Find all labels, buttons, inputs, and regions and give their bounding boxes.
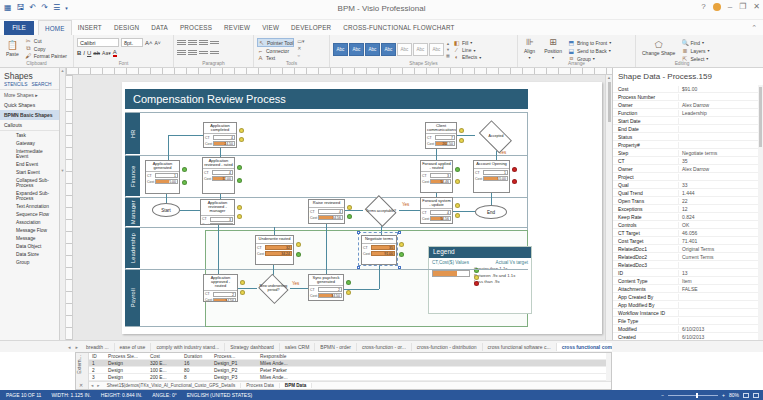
page-tab[interactable]: sales CRM: [280, 343, 315, 351]
layers-button[interactable]: ≣Layers▾: [681, 47, 709, 54]
gallery-down-icon[interactable]: ▼: [446, 47, 450, 52]
gallery-up-icon[interactable]: ▲: [446, 41, 450, 46]
shape-data-field-value[interactable]: FALSE: [679, 286, 758, 292]
stencil-shape-item[interactable]: Message: [0, 234, 59, 242]
shape-data-row[interactable]: File Type: [613, 317, 758, 325]
col-cost[interactable]: Cost: [147, 354, 181, 359]
style-swatch[interactable]: Abc: [333, 43, 348, 56]
shape-data-field-value[interactable]: 1.444: [679, 190, 758, 196]
flow-connector[interactable]: [274, 227, 275, 235]
tab-file[interactable]: FILE: [4, 21, 34, 35]
stencil-shape-item[interactable]: Collapsed Sub-Process: [0, 176, 59, 189]
shape-data-row[interactable]: Property#: [613, 141, 758, 149]
effects-button[interactable]: ◐Effects▾: [453, 54, 481, 60]
sheet-tab[interactable]: Sheet1$(demos)TKs_Visio_AI_Functional_Cu…: [102, 383, 242, 388]
stencil-shape-item[interactable]: Task: [0, 131, 59, 139]
send-to-back-button[interactable]: ⬓Send to Back▾: [568, 47, 611, 54]
shape-data-row[interactable]: App Created By: [613, 293, 758, 301]
fill-button[interactable]: ◧Fill▾: [453, 39, 481, 46]
stencil-shape-item[interactable]: Sequence Flow: [0, 210, 59, 218]
shape-data-row[interactable]: Start Date: [613, 117, 758, 125]
account-avatar[interactable]: [713, 3, 721, 11]
stencil-shape-item[interactable]: Association: [0, 218, 59, 226]
text-direction-icon[interactable]: [210, 39, 219, 46]
font-name-select[interactable]: Calibri: [77, 38, 119, 47]
flow-connector[interactable]: [180, 210, 200, 211]
shape-data-row[interactable]: Function Leadership: [613, 109, 758, 117]
more-shapes-item[interactable]: More Shapes ▸: [0, 90, 59, 100]
flow-connector[interactable]: [166, 194, 167, 203]
col-id[interactable]: ID: [89, 354, 105, 359]
copy-button[interactable]: ⧉Copy: [25, 45, 67, 52]
font-size-select[interactable]: 8pt.: [121, 38, 143, 47]
col-duration[interactable]: Duration: [181, 354, 211, 359]
format-painter-button[interactable]: 🖌Format Painter: [25, 53, 67, 59]
flow-connector[interactable]: [290, 288, 308, 289]
stencil-shape-item[interactable]: Data Store: [0, 251, 59, 259]
stencil-shape-item[interactable]: Intermediate Event: [0, 147, 59, 160]
shape-data-field-value[interactable]: 35: [679, 158, 758, 164]
swimlane-label-hr[interactable]: HR: [125, 113, 140, 154]
canvas-vertical-scrollbar[interactable]: ▲: [605, 75, 612, 340]
ribbon-tab[interactable]: HOME: [38, 20, 72, 35]
zoom-in-icon[interactable]: +: [722, 392, 725, 398]
shape-data-field-value[interactable]: Negotiate terms: [679, 150, 758, 156]
style-swatch[interactable]: Abc: [349, 43, 364, 56]
diagram-title-band[interactable]: Compensation Review Process: [125, 89, 528, 109]
drawing-page[interactable]: Compensation Review Process Legend CT,Co…: [122, 82, 602, 334]
bold-button[interactable]: B: [77, 50, 81, 56]
ribbon-tab[interactable]: DATA: [145, 20, 174, 35]
collapse-ribbon-icon[interactable]: ⌃: [751, 24, 757, 32]
flow-connector[interactable]: [168, 135, 169, 160]
align-middle-icon[interactable]: [188, 49, 197, 56]
ribbon-tab[interactable]: REVIEW: [218, 20, 256, 35]
swimlane-label-finance[interactable]: Finance: [125, 156, 140, 196]
case-button[interactable]: Aa▾: [102, 50, 111, 56]
shape-data-field-value[interactable]: 71.401: [679, 238, 758, 244]
shapes-panel-tab[interactable]: SEARCH: [31, 82, 51, 87]
shape-data-field-value[interactable]: Alex Darrow: [679, 166, 758, 172]
align-left-icon[interactable]: [177, 39, 186, 46]
manager-task-application-reviewed-manager[interactable]: Application reviewed - managerCT3Cost165…: [200, 199, 235, 225]
shape-data-row[interactable]: CT 35: [613, 157, 758, 165]
full-screen-icon[interactable]: [753, 393, 759, 398]
stencil-shape-item[interactable]: Gateway: [0, 139, 59, 147]
pointer-tool-button[interactable]: ↖Pointer Tool: [257, 38, 294, 47]
underline-button[interactable]: U: [87, 50, 91, 56]
shape-data-field-value[interactable]: Current Terms: [679, 254, 758, 260]
shape-data-row[interactable]: App Modified By: [613, 301, 758, 309]
ribbon-tab[interactable]: PROCESS: [174, 20, 218, 35]
align-top-icon[interactable]: [177, 49, 186, 56]
shape-data-row[interactable]: Project: [613, 173, 758, 181]
italic-button[interactable]: I: [83, 50, 85, 56]
shape-data-row[interactable]: Owner Alex Darrow: [613, 101, 758, 109]
finance-task-application-reviewed-rated[interactable]: Application reviewed - ratedCT4Cost12.00: [202, 157, 235, 194]
paragraph-indent-icons[interactable]: [177, 49, 219, 56]
ribbon-tab[interactable]: VIEW: [256, 20, 285, 35]
shape-data-row[interactable]: Controls OK: [613, 221, 758, 229]
ribbon-tab[interactable]: INSERT: [72, 20, 108, 35]
shape-data-scrollbar[interactable]: [758, 85, 763, 340]
legend-box[interactable]: Legend CT,Cost($) Values Actual Vs targe…: [428, 246, 532, 314]
external-data-close-icon[interactable]: ✕: [79, 382, 83, 388]
shape-data-field-value[interactable]: Leadership: [679, 110, 758, 116]
style-swatch[interactable]: Abc: [429, 43, 444, 56]
restore-icon[interactable]: ❐: [739, 2, 746, 11]
stencil-section[interactable]: Quick Shapes: [0, 100, 59, 110]
flow-connector[interactable]: [491, 193, 492, 205]
shape-data-field-value[interactable]: 46.056: [679, 230, 758, 236]
shape-data-row[interactable]: Exceptions 12: [613, 205, 758, 213]
close-icon[interactable]: ✕: [753, 2, 760, 11]
stencil-section[interactable]: Callouts: [0, 120, 59, 130]
shape-data-row[interactable]: Created 6/10/2013: [613, 333, 758, 340]
shape-data-field-value[interactable]: Original Terms: [679, 246, 758, 252]
col-process-step[interactable]: Process Ste...: [105, 354, 147, 359]
hr-decision-accepted[interactable]: Accepted: [475, 124, 517, 149]
strikethrough-button[interactable]: ab: [93, 50, 100, 56]
shape-data-field-value[interactable]: 6/10/2013: [679, 326, 758, 332]
flow-connector[interactable]: [238, 288, 257, 289]
shape-data-field-value[interactable]: OK: [679, 222, 758, 228]
stencil-shape-item[interactable]: Start Event: [0, 168, 59, 176]
page-nav-right-icon[interactable]: ▸: [74, 344, 81, 350]
shape-data-row[interactable]: Content Type Item: [613, 277, 758, 285]
